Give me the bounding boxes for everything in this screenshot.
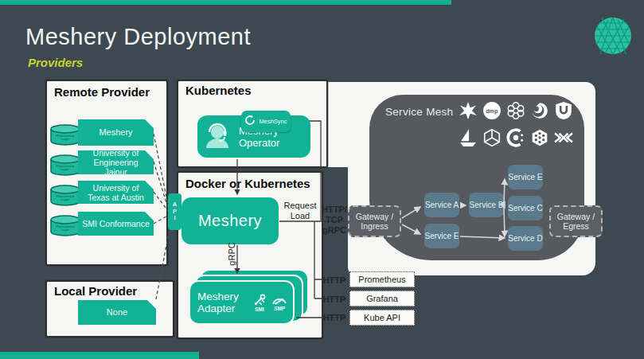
remote-provider-item: Meshery: [78, 119, 154, 146]
http-label: HTTP: [320, 313, 349, 323]
service-mesh-logo-icon: [459, 128, 478, 147]
api-tab: A P I: [168, 193, 181, 230]
service-mesh-logo-icon: [530, 101, 549, 120]
database-cylinder-icon: Persistence Layer: [49, 215, 81, 240]
service-node: Service C: [508, 196, 543, 220]
service-mesh-logo-row: dmp: [459, 101, 573, 120]
slide: Meshery Deployment Providers Remote Prov…: [0, 0, 644, 359]
service-node: Service B: [469, 193, 504, 217]
service-node: Service E: [424, 224, 459, 248]
smi-icon: SMI: [253, 294, 266, 312]
monitoring-box: Prometheus: [349, 271, 415, 287]
kubernetes-title: Kubernetes: [185, 84, 252, 97]
service-mesh-logo-icon: dmp: [482, 101, 502, 120]
layer5-logo-icon: [594, 17, 632, 58]
persistence-label: Persistence Layer: [53, 225, 78, 232]
bottom-accent-bar: [0, 352, 199, 359]
database-cylinder-icon: Persistence Layer: [49, 154, 81, 180]
service-node: Service D: [508, 226, 543, 251]
service-mesh-logo-icon: [554, 128, 573, 147]
service-node: Service A: [424, 193, 459, 217]
smi-label: SMI: [255, 306, 264, 312]
gateway-ingress-box: Gateway / Ingress: [348, 205, 401, 237]
protocol-line: TCP: [319, 215, 349, 225]
persistence-label: Persistence Layer: [53, 165, 78, 172]
remote-provider-item: University of Texas at Austin: [78, 181, 154, 204]
top-accent-bar: [0, 0, 451, 5]
protocol-line: HTTP/: [319, 205, 349, 215]
svg-text:dmp: dmp: [486, 108, 499, 115]
local-provider-title: Local Provider: [54, 284, 137, 298]
database-cylinder-icon: Persistence Layer: [49, 124, 81, 150]
local-provider-item: None: [78, 300, 156, 325]
docker-kubernetes-title: Docker or Kubernetes: [185, 177, 310, 190]
monitoring-box: Grafana: [349, 291, 415, 306]
request-load-label: Request Load: [283, 201, 318, 221]
remote-provider-item: SMI Conformance: [78, 212, 154, 236]
meshsync-label: MeshSync: [259, 118, 287, 125]
service-mesh-logo-icon: [459, 101, 478, 120]
database-cylinder-icon: Persistence Layer: [49, 185, 81, 210]
remote-provider-item: University of Engineering Jaipur: [78, 150, 154, 174]
service-node: Service E: [508, 165, 543, 189]
persistence-label: Persistence Layer: [53, 195, 78, 202]
service-mesh-logo-icon: [530, 128, 549, 147]
service-mesh-logo-icon: [554, 101, 573, 120]
operator-person-icon: [204, 121, 231, 153]
service-mesh-logo-icon: [506, 101, 525, 120]
remote-provider-title: Remote Provider: [54, 85, 150, 99]
api-letter: I: [174, 215, 175, 222]
grpc-label: gRPC: [227, 238, 238, 270]
persistence-label: Persistence Layer: [53, 135, 78, 142]
protocol-line: gRPC: [319, 225, 349, 236]
gateway-egress-box: Gateway / Egress: [549, 205, 603, 237]
service-mesh-logo-icon: [482, 128, 502, 147]
http-label: HTTP: [320, 275, 349, 286]
sync-icon: [244, 115, 256, 129]
meshsync-box: MeshSync: [241, 111, 291, 132]
monitoring-box: Kube API: [349, 310, 415, 326]
http-label: HTTP: [320, 295, 349, 305]
meshery-adapter-box: Meshery Adapter SMI SMP: [189, 280, 295, 325]
service-mesh-title: Service Mesh: [385, 106, 453, 118]
smp-label: SMP: [274, 306, 285, 311]
smp-icon: SMP: [271, 295, 287, 311]
page-title: Meshery Deployment: [25, 24, 251, 50]
meshery-adapter-label: Meshery Adapter: [197, 291, 252, 314]
request-label-line: Request: [283, 201, 318, 211]
request-label-line: Load: [283, 211, 318, 221]
protocol-stack-label: HTTP/ TCP gRPC: [319, 205, 349, 236]
service-mesh-logo-row: [459, 128, 573, 147]
service-mesh-logo-icon: [506, 128, 525, 147]
page-subtitle: Providers: [28, 56, 83, 69]
